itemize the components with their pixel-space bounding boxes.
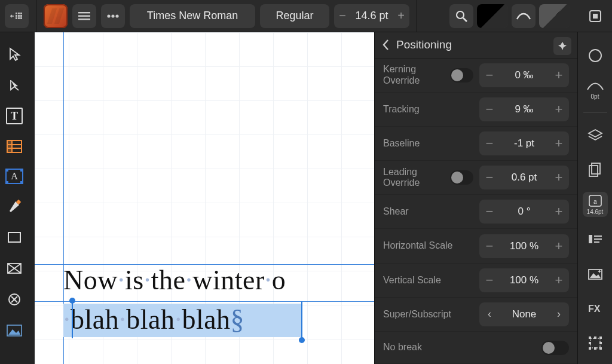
stroke-style-button[interactable]: [512, 4, 536, 28]
stepper-shear[interactable]: − 0 ° +: [479, 200, 569, 224]
shear-decrement[interactable]: −: [479, 204, 500, 219]
studio-stock[interactable]: [583, 261, 608, 286]
frame-text-tool[interactable]: A: [5, 169, 23, 184]
kerning-decrement[interactable]: −: [479, 68, 500, 83]
svg-point-14: [115, 14, 118, 17]
crossed-rectangle-tool[interactable]: [5, 259, 23, 277]
hscale-decrement[interactable]: −: [479, 238, 500, 254]
chooser-superscript[interactable]: ‹ None ›: [479, 302, 569, 326]
shear-increment[interactable]: +: [549, 204, 569, 219]
svg-rect-4: [18, 15, 20, 17]
studio-character[interactable]: a 14.6pt: [583, 192, 608, 217]
studio-stroke[interactable]: 0pt: [583, 78, 608, 103]
tracking-decrement[interactable]: −: [479, 102, 500, 117]
row-hscale: Horizontal Scale − 100 % +: [375, 229, 577, 263]
document-page[interactable]: Now·is·the·winter·o ·blah·blah·blah§: [35, 32, 374, 364]
label-vscale: Vertical Scale: [383, 275, 455, 286]
baseline-decrement[interactable]: −: [479, 136, 500, 151]
pen-tool[interactable]: [5, 197, 23, 215]
space-dot: ·: [265, 265, 272, 295]
svg-line-16: [463, 18, 467, 22]
fullscreen-icon: [589, 10, 602, 23]
menu-button[interactable]: [72, 4, 96, 28]
cancel-circle-tool[interactable]: [5, 290, 23, 308]
stroke-color-swatch[interactable]: [539, 4, 570, 28]
svg-point-12: [107, 14, 110, 17]
panel-header[interactable]: Positioning: [375, 32, 577, 59]
stepper-baseline[interactable]: − -1 pt +: [479, 131, 569, 155]
stepper-hscale[interactable]: − 100 % +: [479, 234, 569, 258]
tracking-value[interactable]: 9 ‰: [500, 103, 549, 115]
fill-color-swatch[interactable]: [477, 4, 508, 28]
font-size-decrement[interactable]: −: [334, 9, 351, 23]
toggle-nobreak[interactable]: [541, 341, 569, 355]
leading-decrement[interactable]: −: [479, 170, 500, 185]
hamburger-icon: [78, 12, 90, 20]
stepper-vscale[interactable]: − 100 % +: [479, 268, 569, 292]
svg-rect-6: [16, 17, 17, 19]
selection-end-handle[interactable]: [299, 337, 305, 343]
script-next[interactable]: ›: [549, 308, 569, 320]
fullscreen-button[interactable]: [583, 4, 607, 28]
baseline-increment[interactable]: +: [549, 136, 569, 151]
tracking-increment[interactable]: +: [549, 102, 569, 117]
studio-transform[interactable]: [583, 331, 608, 356]
stepper-tracking[interactable]: − 9 ‰ +: [479, 97, 569, 121]
shear-value[interactable]: 0 °: [500, 206, 549, 218]
font-style-select[interactable]: Regular: [260, 4, 329, 28]
font-size-value[interactable]: 14.6 pt: [351, 10, 393, 22]
toggle-kerning[interactable]: [450, 68, 473, 82]
svg-rect-49: [589, 347, 591, 350]
hscale-increment[interactable]: +: [549, 238, 569, 254]
leading-value[interactable]: 0.6 pt: [500, 172, 549, 183]
text-line-1[interactable]: Now·is·the·winter·o: [63, 264, 286, 296]
studio-layers[interactable]: [583, 123, 608, 148]
svg-rect-50: [599, 347, 602, 350]
script-prev[interactable]: ‹: [479, 308, 500, 320]
more-button[interactable]: [101, 4, 125, 28]
artistic-text-tool[interactable]: T: [6, 108, 23, 124]
selection-start-bar[interactable]: [72, 301, 73, 338]
stepper-leading[interactable]: − 0.6 pt +: [479, 166, 569, 189]
font-size-stepper[interactable]: − 14.6 pt +: [334, 4, 409, 28]
svg-rect-5: [20, 15, 22, 17]
kerning-value[interactable]: 0 ‰: [500, 69, 549, 81]
font-family-label: Times New Roman: [147, 10, 238, 22]
panel-title: Positioning: [396, 38, 452, 51]
font-family-select[interactable]: Times New Roman: [130, 4, 255, 28]
table-tool[interactable]: [5, 137, 23, 155]
leading-increment[interactable]: +: [549, 170, 569, 185]
font-size-increment[interactable]: +: [393, 9, 409, 23]
stepper-kerning[interactable]: − 0 ‰ +: [479, 63, 569, 87]
vscale-value[interactable]: 100 %: [500, 274, 549, 286]
studio-strip: 0pt a 14.6pt FX: [577, 32, 612, 364]
character-a-icon: a: [588, 194, 602, 207]
studio-fx[interactable]: FX: [583, 296, 608, 321]
svg-rect-46: [590, 338, 600, 348]
vscale-increment[interactable]: +: [549, 273, 569, 288]
node-tool[interactable]: [5, 77, 23, 94]
kerning-increment[interactable]: +: [549, 68, 569, 83]
text-line-2[interactable]: ·blah·blah·blah§: [63, 304, 244, 335]
vscale-decrement[interactable]: −: [479, 273, 500, 288]
font-style-label: Regular: [276, 10, 313, 22]
rectangle-tool[interactable]: [5, 228, 23, 246]
back-button[interactable]: [5, 4, 29, 28]
pin-button[interactable]: [553, 37, 571, 55]
hscale-value[interactable]: 100 %: [500, 240, 549, 252]
move-tool[interactable]: [5, 45, 23, 63]
zoom-tool-button[interactable]: [449, 4, 473, 28]
chevron-left-icon: [382, 39, 390, 51]
baseline-value[interactable]: -1 pt: [500, 137, 549, 149]
selection-end-bar[interactable]: [301, 301, 302, 338]
studio-color[interactable]: [583, 43, 608, 68]
script-value[interactable]: None: [500, 308, 549, 320]
selection-start-handle[interactable]: [69, 298, 75, 304]
image-tool[interactable]: [5, 322, 23, 339]
svg-rect-53: [589, 342, 591, 344]
studio-paragraph[interactable]: [583, 227, 608, 252]
row-nobreak: No break: [375, 332, 577, 364]
toggle-leading[interactable]: [450, 170, 473, 185]
canvas[interactable]: Now·is·the·winter·o ·blah·blah·blah§: [29, 32, 374, 364]
studio-pages[interactable]: [583, 157, 608, 182]
